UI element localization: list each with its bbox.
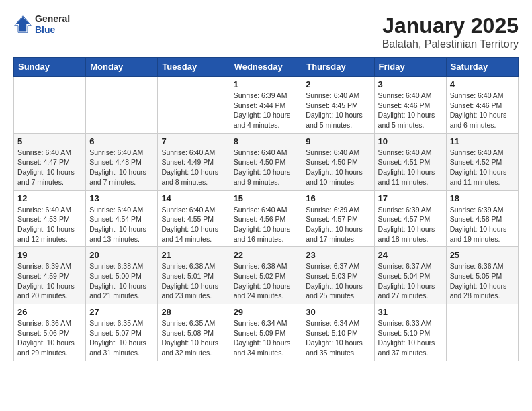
calendar-cell[interactable]: 5Sunrise: 6:40 AMSunset: 4:47 PMDaylight…: [14, 133, 86, 190]
day-number: 21: [161, 250, 226, 260]
calendar-cell[interactable]: 12Sunrise: 6:40 AMSunset: 4:53 PMDayligh…: [14, 190, 86, 247]
day-number: 25: [450, 250, 515, 260]
calendar-cell[interactable]: 7Sunrise: 6:40 AMSunset: 4:49 PMDaylight…: [158, 133, 230, 190]
calendar-cell[interactable]: 29Sunrise: 6:34 AMSunset: 5:09 PMDayligh…: [230, 304, 302, 361]
day-info: Sunrise: 6:40 AMSunset: 4:50 PMDaylight:…: [306, 148, 370, 187]
day-info: Sunrise: 6:35 AMSunset: 5:08 PMDaylight:…: [161, 318, 226, 358]
day-info: Sunrise: 6:40 AMSunset: 4:48 PMDaylight:…: [89, 148, 154, 187]
calendar-cell[interactable]: 26Sunrise: 6:36 AMSunset: 5:06 PMDayligh…: [14, 304, 86, 361]
day-info: Sunrise: 6:40 AMSunset: 4:56 PMDaylight:…: [234, 205, 299, 244]
day-number: 19: [17, 250, 82, 260]
week-row-5: 26Sunrise: 6:36 AMSunset: 5:06 PMDayligh…: [14, 304, 519, 361]
day-number: 31: [378, 307, 443, 317]
day-info: Sunrise: 6:37 AMSunset: 5:04 PMDaylight:…: [378, 261, 443, 301]
day-info: Sunrise: 6:39 AMSunset: 4:59 PMDaylight:…: [17, 261, 82, 301]
calendar-cell[interactable]: 31Sunrise: 6:33 AMSunset: 5:10 PMDayligh…: [374, 304, 446, 361]
calendar: SundayMondayTuesdayWednesdayThursdayFrid…: [13, 57, 519, 361]
day-number: 2: [306, 79, 370, 89]
calendar-cell: [86, 77, 158, 134]
calendar-cell: [158, 77, 230, 134]
calendar-cell[interactable]: 18Sunrise: 6:39 AMSunset: 4:58 PMDayligh…: [446, 190, 518, 247]
logo-general-text: General: [35, 13, 70, 24]
calendar-cell[interactable]: 6Sunrise: 6:40 AMSunset: 4:48 PMDaylight…: [86, 133, 158, 190]
calendar-cell[interactable]: 15Sunrise: 6:40 AMSunset: 4:56 PMDayligh…: [230, 190, 302, 247]
day-number: 20: [89, 250, 154, 260]
day-number: 23: [306, 250, 370, 260]
calendar-cell[interactable]: 27Sunrise: 6:35 AMSunset: 5:07 PMDayligh…: [86, 304, 158, 361]
week-row-3: 12Sunrise: 6:40 AMSunset: 4:53 PMDayligh…: [14, 190, 519, 247]
day-info: Sunrise: 6:38 AMSunset: 5:01 PMDaylight:…: [161, 261, 226, 301]
logo-text: General Blue: [35, 13, 70, 35]
day-number: 15: [234, 193, 299, 203]
day-number: 10: [378, 136, 443, 146]
weekday-header-thursday: Thursday: [302, 58, 374, 77]
weekday-header-wednesday: Wednesday: [230, 58, 302, 77]
day-info: Sunrise: 6:40 AMSunset: 4:50 PMDaylight:…: [234, 148, 299, 187]
calendar-cell[interactable]: 13Sunrise: 6:40 AMSunset: 4:54 PMDayligh…: [86, 190, 158, 247]
day-number: 12: [17, 193, 82, 203]
day-info: Sunrise: 6:37 AMSunset: 5:03 PMDaylight:…: [306, 261, 370, 301]
weekday-header-monday: Monday: [86, 58, 158, 77]
calendar-cell[interactable]: 16Sunrise: 6:39 AMSunset: 4:57 PMDayligh…: [302, 190, 374, 247]
logo-icon: [13, 15, 32, 34]
calendar-cell[interactable]: 17Sunrise: 6:39 AMSunset: 4:57 PMDayligh…: [374, 190, 446, 247]
calendar-cell[interactable]: 22Sunrise: 6:38 AMSunset: 5:02 PMDayligh…: [230, 247, 302, 304]
day-number: 16: [306, 193, 370, 203]
day-info: Sunrise: 6:39 AMSunset: 4:44 PMDaylight:…: [234, 91, 299, 130]
day-number: 1: [234, 79, 299, 89]
weekday-header-row: SundayMondayTuesdayWednesdayThursdayFrid…: [14, 58, 519, 77]
calendar-cell[interactable]: 25Sunrise: 6:36 AMSunset: 5:05 PMDayligh…: [446, 247, 518, 304]
day-number: 30: [306, 307, 370, 317]
day-info: Sunrise: 6:40 AMSunset: 4:46 PMDaylight:…: [450, 91, 515, 130]
weekday-header-friday: Friday: [374, 58, 446, 77]
day-info: Sunrise: 6:39 AMSunset: 4:57 PMDaylight:…: [378, 205, 443, 244]
calendar-cell[interactable]: 3Sunrise: 6:40 AMSunset: 4:46 PMDaylight…: [374, 77, 446, 134]
day-number: 18: [450, 193, 515, 203]
calendar-cell[interactable]: 30Sunrise: 6:34 AMSunset: 5:10 PMDayligh…: [302, 304, 374, 361]
logo-blue-text: Blue: [35, 24, 70, 35]
calendar-cell[interactable]: 8Sunrise: 6:40 AMSunset: 4:50 PMDaylight…: [230, 133, 302, 190]
calendar-cell[interactable]: 21Sunrise: 6:38 AMSunset: 5:01 PMDayligh…: [158, 247, 230, 304]
day-number: 14: [161, 193, 226, 203]
calendar-cell[interactable]: 2Sunrise: 6:40 AMSunset: 4:45 PMDaylight…: [302, 77, 374, 134]
calendar-cell: [446, 304, 518, 361]
day-info: Sunrise: 6:33 AMSunset: 5:10 PMDaylight:…: [378, 318, 443, 358]
day-info: Sunrise: 6:36 AMSunset: 5:06 PMDaylight:…: [17, 318, 82, 358]
calendar-cell[interactable]: 1Sunrise: 6:39 AMSunset: 4:44 PMDaylight…: [230, 77, 302, 134]
day-number: 24: [378, 250, 443, 260]
logo: General Blue: [13, 13, 70, 35]
calendar-cell[interactable]: 10Sunrise: 6:40 AMSunset: 4:51 PMDayligh…: [374, 133, 446, 190]
calendar-cell[interactable]: 14Sunrise: 6:40 AMSunset: 4:55 PMDayligh…: [158, 190, 230, 247]
calendar-cell[interactable]: 19Sunrise: 6:39 AMSunset: 4:59 PMDayligh…: [14, 247, 86, 304]
day-number: 26: [17, 307, 82, 317]
day-info: Sunrise: 6:35 AMSunset: 5:07 PMDaylight:…: [89, 318, 154, 358]
calendar-cell[interactable]: 23Sunrise: 6:37 AMSunset: 5:03 PMDayligh…: [302, 247, 374, 304]
day-number: 28: [161, 307, 226, 317]
calendar-cell[interactable]: 9Sunrise: 6:40 AMSunset: 4:50 PMDaylight…: [302, 133, 374, 190]
day-number: 17: [378, 193, 443, 203]
day-number: 13: [89, 193, 154, 203]
calendar-cell[interactable]: 11Sunrise: 6:40 AMSunset: 4:52 PMDayligh…: [446, 133, 518, 190]
day-info: Sunrise: 6:40 AMSunset: 4:55 PMDaylight:…: [161, 205, 226, 244]
day-number: 9: [306, 136, 370, 146]
day-info: Sunrise: 6:40 AMSunset: 4:49 PMDaylight:…: [161, 148, 226, 187]
day-info: Sunrise: 6:40 AMSunset: 4:52 PMDaylight:…: [450, 148, 515, 187]
day-info: Sunrise: 6:40 AMSunset: 4:54 PMDaylight:…: [89, 205, 154, 244]
calendar-cell[interactable]: 28Sunrise: 6:35 AMSunset: 5:08 PMDayligh…: [158, 304, 230, 361]
calendar-cell[interactable]: 24Sunrise: 6:37 AMSunset: 5:04 PMDayligh…: [374, 247, 446, 304]
weekday-header-saturday: Saturday: [446, 58, 518, 77]
day-number: 3: [378, 79, 443, 89]
calendar-cell[interactable]: 20Sunrise: 6:38 AMSunset: 5:00 PMDayligh…: [86, 247, 158, 304]
day-info: Sunrise: 6:36 AMSunset: 5:05 PMDaylight:…: [450, 261, 515, 301]
header: General Blue January 2025 Balatah, Pales…: [13, 13, 519, 50]
week-row-2: 5Sunrise: 6:40 AMSunset: 4:47 PMDaylight…: [14, 133, 519, 190]
week-row-1: 1Sunrise: 6:39 AMSunset: 4:44 PMDaylight…: [14, 77, 519, 134]
day-number: 22: [234, 250, 299, 260]
day-info: Sunrise: 6:39 AMSunset: 4:57 PMDaylight:…: [306, 205, 370, 244]
day-info: Sunrise: 6:34 AMSunset: 5:10 PMDaylight:…: [306, 318, 370, 358]
day-number: 5: [17, 136, 82, 146]
title-block: January 2025 Balatah, Palestinian Territ…: [382, 13, 519, 50]
weekday-header-tuesday: Tuesday: [158, 58, 230, 77]
week-row-4: 19Sunrise: 6:39 AMSunset: 4:59 PMDayligh…: [14, 247, 519, 304]
calendar-cell[interactable]: 4Sunrise: 6:40 AMSunset: 4:46 PMDaylight…: [446, 77, 518, 134]
